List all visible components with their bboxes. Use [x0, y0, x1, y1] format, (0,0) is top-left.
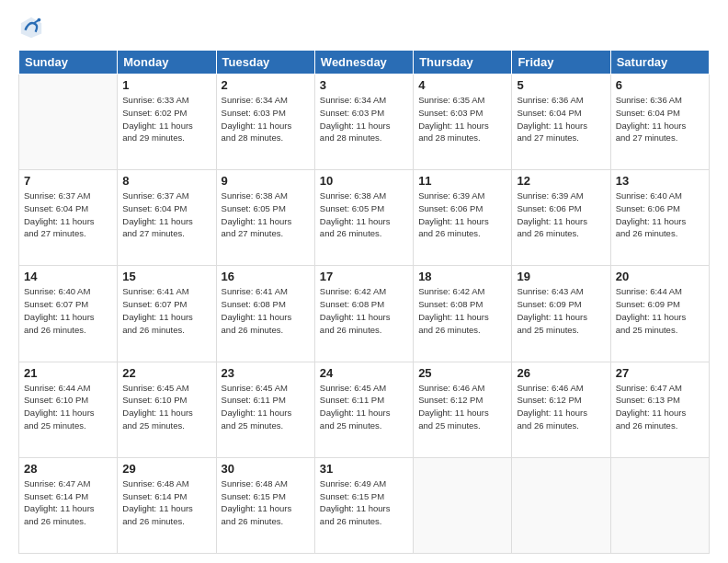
- day-number: 5: [517, 78, 605, 92]
- calendar-cell: [19, 75, 118, 170]
- day-number: 16: [222, 270, 310, 283]
- calendar-cell: 1Sunrise: 6:33 AM Sunset: 6:02 PM Daylig…: [118, 75, 216, 170]
- calendar-cell: 31Sunrise: 6:49 AM Sunset: 6:15 PM Dayli…: [314, 457, 413, 553]
- weekday-header: Friday: [512, 51, 610, 75]
- calendar-cell: 15Sunrise: 6:41 AM Sunset: 6:07 PM Dayli…: [118, 266, 216, 362]
- day-number: 24: [320, 366, 408, 380]
- day-number: 15: [122, 270, 210, 283]
- calendar-cell: 28Sunrise: 6:47 AM Sunset: 6:14 PM Dayli…: [19, 457, 118, 553]
- calendar-cell: 20Sunrise: 6:44 AM Sunset: 6:09 PM Dayli…: [610, 266, 709, 362]
- day-info: Sunrise: 6:37 AM Sunset: 6:04 PM Dayligh…: [122, 190, 210, 240]
- calendar-cell: 8Sunrise: 6:37 AM Sunset: 6:04 PM Daylig…: [118, 170, 216, 266]
- calendar-cell: 2Sunrise: 6:34 AM Sunset: 6:03 PM Daylig…: [216, 75, 314, 170]
- calendar-header-row: SundayMondayTuesdayWednesdayThursdayFrid…: [19, 51, 710, 75]
- day-info: Sunrise: 6:36 AM Sunset: 6:04 PM Dayligh…: [517, 94, 605, 144]
- day-info: Sunrise: 6:42 AM Sunset: 6:08 PM Dayligh…: [418, 285, 506, 336]
- day-info: Sunrise: 6:41 AM Sunset: 6:08 PM Dayligh…: [222, 285, 310, 336]
- day-number: 21: [24, 366, 112, 380]
- weekday-header: Thursday: [414, 51, 512, 75]
- day-number: 29: [122, 462, 210, 476]
- day-info: Sunrise: 6:42 AM Sunset: 6:08 PM Dayligh…: [320, 285, 408, 336]
- calendar-cell: 18Sunrise: 6:42 AM Sunset: 6:08 PM Dayli…: [414, 266, 512, 362]
- day-number: 14: [24, 270, 112, 283]
- calendar-cell: 17Sunrise: 6:42 AM Sunset: 6:08 PM Dayli…: [314, 266, 413, 362]
- weekday-header: Wednesday: [314, 51, 413, 75]
- day-number: 30: [222, 462, 310, 476]
- day-number: 18: [418, 270, 506, 283]
- calendar-cell: 21Sunrise: 6:44 AM Sunset: 6:10 PM Dayli…: [19, 362, 118, 457]
- day-number: 19: [517, 270, 605, 283]
- calendar-cell: 16Sunrise: 6:41 AM Sunset: 6:08 PM Dayli…: [216, 266, 314, 362]
- day-number: 13: [616, 174, 704, 188]
- day-number: 10: [320, 174, 408, 188]
- header: [18, 15, 710, 40]
- day-number: 1: [122, 78, 210, 92]
- weekday-header: Sunday: [19, 51, 118, 75]
- day-number: 3: [320, 78, 408, 92]
- day-number: 11: [418, 174, 506, 188]
- calendar-cell: 7Sunrise: 6:37 AM Sunset: 6:04 PM Daylig…: [19, 170, 118, 266]
- calendar-cell: 26Sunrise: 6:46 AM Sunset: 6:12 PM Dayli…: [512, 362, 610, 457]
- calendar-cell: [414, 457, 512, 553]
- calendar-cell: 4Sunrise: 6:35 AM Sunset: 6:03 PM Daylig…: [414, 75, 512, 170]
- day-info: Sunrise: 6:36 AM Sunset: 6:04 PM Dayligh…: [616, 94, 704, 144]
- day-info: Sunrise: 6:47 AM Sunset: 6:14 PM Dayligh…: [24, 477, 112, 528]
- day-number: 9: [222, 174, 310, 188]
- day-info: Sunrise: 6:40 AM Sunset: 6:06 PM Dayligh…: [616, 190, 704, 240]
- day-info: Sunrise: 6:38 AM Sunset: 6:05 PM Dayligh…: [320, 190, 408, 240]
- day-number: 8: [122, 174, 210, 188]
- calendar-cell: 13Sunrise: 6:40 AM Sunset: 6:06 PM Dayli…: [610, 170, 709, 266]
- logo-icon: [18, 15, 44, 40]
- day-number: 28: [24, 462, 112, 476]
- day-number: 6: [616, 78, 704, 92]
- svg-point-1: [38, 18, 41, 22]
- calendar-cell: 30Sunrise: 6:48 AM Sunset: 6:15 PM Dayli…: [216, 457, 314, 553]
- day-number: 2: [222, 78, 310, 92]
- calendar-cell: 24Sunrise: 6:45 AM Sunset: 6:11 PM Dayli…: [314, 362, 413, 457]
- day-info: Sunrise: 6:38 AM Sunset: 6:05 PM Dayligh…: [222, 190, 310, 240]
- calendar-week-row: 21Sunrise: 6:44 AM Sunset: 6:10 PM Dayli…: [19, 362, 710, 457]
- calendar-cell: 14Sunrise: 6:40 AM Sunset: 6:07 PM Dayli…: [19, 266, 118, 362]
- calendar-cell: 19Sunrise: 6:43 AM Sunset: 6:09 PM Dayli…: [512, 266, 610, 362]
- calendar-cell: 6Sunrise: 6:36 AM Sunset: 6:04 PM Daylig…: [610, 75, 709, 170]
- weekday-header: Tuesday: [216, 51, 314, 75]
- day-number: 26: [517, 366, 605, 380]
- page: SundayMondayTuesdayWednesdayThursdayFrid…: [0, 0, 728, 563]
- calendar-cell: 11Sunrise: 6:39 AM Sunset: 6:06 PM Dayli…: [414, 170, 512, 266]
- day-info: Sunrise: 6:39 AM Sunset: 6:06 PM Dayligh…: [517, 190, 605, 240]
- calendar-cell: [512, 457, 610, 553]
- calendar-cell: 12Sunrise: 6:39 AM Sunset: 6:06 PM Dayli…: [512, 170, 610, 266]
- day-info: Sunrise: 6:34 AM Sunset: 6:03 PM Dayligh…: [222, 94, 310, 144]
- calendar-week-row: 1Sunrise: 6:33 AM Sunset: 6:02 PM Daylig…: [19, 75, 710, 170]
- logo: [18, 15, 48, 40]
- weekday-header: Monday: [118, 51, 216, 75]
- calendar-cell: 27Sunrise: 6:47 AM Sunset: 6:13 PM Dayli…: [610, 362, 709, 457]
- day-number: 7: [24, 174, 112, 188]
- day-info: Sunrise: 6:44 AM Sunset: 6:10 PM Dayligh…: [24, 382, 112, 432]
- calendar-cell: 23Sunrise: 6:45 AM Sunset: 6:11 PM Dayli…: [216, 362, 314, 457]
- day-number: 25: [418, 366, 506, 380]
- day-info: Sunrise: 6:39 AM Sunset: 6:06 PM Dayligh…: [418, 190, 506, 240]
- calendar-cell: 5Sunrise: 6:36 AM Sunset: 6:04 PM Daylig…: [512, 75, 610, 170]
- day-number: 12: [517, 174, 605, 188]
- calendar: SundayMondayTuesdayWednesdayThursdayFrid…: [18, 50, 710, 554]
- day-number: 17: [320, 270, 408, 283]
- day-info: Sunrise: 6:43 AM Sunset: 6:09 PM Dayligh…: [517, 285, 605, 336]
- day-info: Sunrise: 6:49 AM Sunset: 6:15 PM Dayligh…: [320, 477, 408, 528]
- calendar-cell: 9Sunrise: 6:38 AM Sunset: 6:05 PM Daylig…: [216, 170, 314, 266]
- day-info: Sunrise: 6:46 AM Sunset: 6:12 PM Dayligh…: [418, 382, 506, 432]
- calendar-cell: 22Sunrise: 6:45 AM Sunset: 6:10 PM Dayli…: [118, 362, 216, 457]
- day-info: Sunrise: 6:44 AM Sunset: 6:09 PM Dayligh…: [616, 285, 704, 336]
- calendar-week-row: 7Sunrise: 6:37 AM Sunset: 6:04 PM Daylig…: [19, 170, 710, 266]
- calendar-week-row: 14Sunrise: 6:40 AM Sunset: 6:07 PM Dayli…: [19, 266, 710, 362]
- day-info: Sunrise: 6:45 AM Sunset: 6:11 PM Dayligh…: [320, 382, 408, 432]
- day-info: Sunrise: 6:48 AM Sunset: 6:15 PM Dayligh…: [222, 477, 310, 528]
- calendar-week-row: 28Sunrise: 6:47 AM Sunset: 6:14 PM Dayli…: [19, 457, 710, 553]
- day-info: Sunrise: 6:35 AM Sunset: 6:03 PM Dayligh…: [418, 94, 506, 144]
- day-info: Sunrise: 6:45 AM Sunset: 6:11 PM Dayligh…: [222, 382, 310, 432]
- calendar-cell: 10Sunrise: 6:38 AM Sunset: 6:05 PM Dayli…: [314, 170, 413, 266]
- day-info: Sunrise: 6:34 AM Sunset: 6:03 PM Dayligh…: [320, 94, 408, 144]
- day-info: Sunrise: 6:41 AM Sunset: 6:07 PM Dayligh…: [122, 285, 210, 336]
- day-info: Sunrise: 6:37 AM Sunset: 6:04 PM Dayligh…: [24, 190, 112, 240]
- day-info: Sunrise: 6:33 AM Sunset: 6:02 PM Dayligh…: [122, 94, 210, 144]
